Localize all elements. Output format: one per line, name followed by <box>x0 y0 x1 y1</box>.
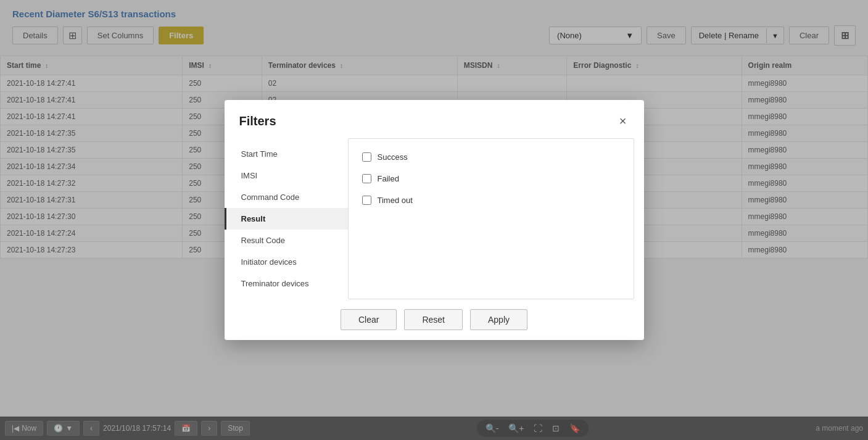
filter-option-success: Success <box>358 146 624 168</box>
checkbox-success[interactable] <box>362 152 371 162</box>
modal-title: Filters <box>239 114 276 128</box>
filter-reset-button[interactable]: Reset <box>404 309 463 330</box>
sidebar-item-initiator_devices[interactable]: Initiator devices <box>225 251 348 273</box>
sidebar-item-terminator_devices[interactable]: Treminator devices <box>225 273 348 294</box>
filter-apply-button[interactable]: Apply <box>470 309 527 330</box>
checkbox-failed[interactable] <box>362 174 371 183</box>
sidebar-item-result[interactable]: Result <box>225 208 348 230</box>
label-success: Success <box>378 152 408 162</box>
sidebar-item-result_code[interactable]: Result Code <box>225 230 348 251</box>
filter-sidebar: Start TimeIMSICommand CodeResultResult C… <box>225 138 348 299</box>
filter-option-timed_out: Timed out <box>358 189 624 211</box>
filters-modal: Filters × Start TimeIMSICommand CodeResu… <box>225 100 644 340</box>
filter-clear-button[interactable]: Clear <box>341 309 397 330</box>
modal-footer: Clear Reset Apply <box>225 299 644 340</box>
label-failed: Failed <box>378 174 399 183</box>
filter-content: Success Failed Timed out <box>348 138 634 299</box>
filter-option-failed: Failed <box>358 168 624 189</box>
modal-close-button[interactable]: × <box>617 112 629 130</box>
modal-header: Filters × <box>225 100 644 138</box>
modal-body: Start TimeIMSICommand CodeResultResult C… <box>225 138 644 299</box>
modal-overlay: Filters × Start TimeIMSICommand CodeResu… <box>0 0 868 440</box>
label-timed_out: Timed out <box>378 196 413 205</box>
sidebar-item-command_code[interactable]: Command Code <box>225 186 348 208</box>
checkbox-timed_out[interactable] <box>362 196 371 205</box>
sidebar-item-start_time[interactable]: Start Time <box>225 143 348 165</box>
sidebar-item-imsi[interactable]: IMSI <box>225 165 348 186</box>
